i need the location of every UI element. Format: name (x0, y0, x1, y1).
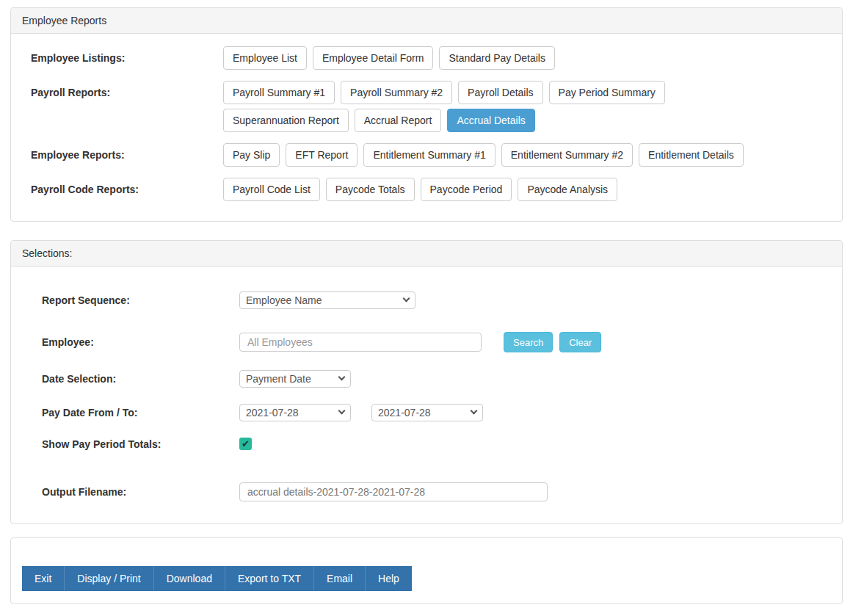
page: Employee Reports Employee Listings: Empl… (0, 0, 853, 612)
report-button-employee-list[interactable]: Employee List (223, 46, 307, 70)
date-selection-select[interactable]: Payment Date (239, 370, 351, 388)
report-button-entitlement-summary-2[interactable]: Entitlement Summary #2 (501, 143, 633, 167)
export-to-txt-button[interactable]: Export to TXT (225, 566, 313, 591)
report-button-payroll-code-list[interactable]: Payroll Code List (223, 178, 320, 201)
date-selection-label: Date Selection: (22, 373, 239, 385)
report-group-employee-listings: Employee Listings: Employee List Employe… (22, 46, 831, 70)
report-button-paycode-analysis[interactable]: Paycode Analysis (518, 178, 617, 201)
show-pay-period-totals-row: Show Pay Period Totals: ✔ (22, 438, 831, 450)
selections-panel-body: Report Sequence: Employee Name Employee:… (11, 267, 842, 523)
show-pay-period-totals-label: Show Pay Period Totals: (22, 438, 239, 450)
selections-panel: Selections: Report Sequence: Employee Na… (10, 240, 843, 524)
output-filename-row: Output Filename: (22, 482, 831, 501)
pay-date-range-label: Pay Date From / To: (22, 407, 239, 418)
show-pay-period-totals-checkbox[interactable]: ✔ (239, 438, 252, 450)
email-button[interactable]: Email (313, 566, 365, 591)
output-filename-label: Output Filename: (22, 486, 239, 498)
search-button[interactable]: Search (504, 332, 553, 352)
employee-label: Employee: (22, 336, 239, 348)
employee-search-input[interactable] (239, 333, 482, 352)
button-rows: Payroll Code List Paycode Totals Paycode… (223, 178, 831, 201)
report-button-entitlement-summary-1[interactable]: Entitlement Summary #1 (363, 143, 495, 167)
pay-date-from-select[interactable]: 2021-07-28 (239, 404, 351, 421)
report-button-payroll-details[interactable]: Payroll Details (458, 81, 542, 104)
clear-button[interactable]: Clear (559, 332, 601, 352)
report-button-employee-detail-form[interactable]: Employee Detail Form (313, 46, 434, 70)
report-group-payroll-code-reports: Payroll Code Reports: Payroll Code List … (22, 178, 831, 201)
report-button-paycode-totals[interactable]: Paycode Totals (326, 178, 415, 201)
group-label-payroll-reports: Payroll Reports: (22, 81, 223, 132)
report-button-paycode-period[interactable]: Paycode Period (421, 178, 512, 201)
pay-date-to-select-wrap: 2021-07-28 (371, 404, 483, 421)
button-row: Employee List Employee Detail Form Stand… (223, 46, 831, 70)
pay-date-from-select-wrap: 2021-07-28 (239, 404, 351, 421)
selections-panel-title: Selections: (11, 241, 842, 267)
report-button-eft-report[interactable]: EFT Report (286, 143, 357, 167)
checkmark-icon: ✔ (242, 438, 250, 449)
pay-date-range-row: Pay Date From / To: 2021-07-28 2021-07-2… (22, 404, 831, 421)
button-row: Payroll Summary #1 Payroll Summary #2 Pa… (223, 81, 831, 104)
group-label-employee-listings: Employee Listings: (22, 46, 223, 70)
report-group-employee-reports: Employee Reports: Pay Slip EFT Report En… (22, 143, 831, 167)
button-rows: Payroll Summary #1 Payroll Summary #2 Pa… (223, 81, 831, 132)
group-label-employee-reports: Employee Reports: (22, 143, 223, 167)
report-button-standard-pay-details[interactable]: Standard Pay Details (439, 46, 555, 70)
employee-reports-panel: Employee Reports Employee Listings: Empl… (10, 7, 843, 222)
report-button-payroll-summary-1[interactable]: Payroll Summary #1 (223, 81, 335, 104)
report-button-payroll-summary-2[interactable]: Payroll Summary #2 (341, 81, 452, 104)
button-rows: Pay Slip EFT Report Entitlement Summary … (223, 143, 831, 167)
pay-date-to-select[interactable]: 2021-07-28 (371, 404, 483, 421)
download-button[interactable]: Download (153, 566, 225, 591)
button-row: Payroll Code List Paycode Totals Paycode… (223, 178, 831, 201)
action-bar: Exit Display / Print Download Export to … (22, 566, 412, 591)
report-button-accrual-report[interactable]: Accrual Report (355, 109, 442, 132)
report-button-superannuation-report[interactable]: Superannuation Report (223, 109, 349, 132)
help-button[interactable]: Help (365, 566, 412, 591)
report-group-payroll-reports: Payroll Reports: Payroll Summary #1 Payr… (22, 81, 831, 132)
button-rows: Employee List Employee Detail Form Stand… (223, 46, 831, 70)
button-row: Superannuation Report Accrual Report Acc… (223, 109, 831, 132)
group-label-payroll-code-reports: Payroll Code Reports: (22, 178, 223, 201)
date-selection-row: Date Selection: Payment Date (22, 370, 831, 388)
employee-row: Employee: Search Clear (22, 332, 831, 352)
report-button-accrual-details-selected[interactable]: Accrual Details (447, 109, 534, 132)
report-button-pay-period-summary[interactable]: Pay Period Summary (549, 81, 665, 104)
actions-panel-body: Exit Display / Print Download Export to … (11, 538, 842, 604)
report-sequence-label: Report Sequence: (22, 294, 239, 306)
display-print-button[interactable]: Display / Print (64, 566, 153, 591)
employee-reports-panel-title: Employee Reports (11, 8, 842, 34)
report-sequence-select-wrap: Employee Name (239, 291, 415, 309)
actions-panel: Exit Display / Print Download Export to … (10, 537, 843, 604)
exit-button[interactable]: Exit (22, 566, 64, 591)
report-button-pay-slip[interactable]: Pay Slip (223, 143, 280, 167)
output-filename-input[interactable] (239, 482, 548, 501)
employee-reports-panel-body: Employee Listings: Employee List Employe… (11, 34, 842, 221)
report-button-entitlement-details[interactable]: Entitlement Details (639, 143, 744, 167)
date-selection-select-wrap: Payment Date (239, 370, 351, 388)
report-sequence-row: Report Sequence: Employee Name (22, 291, 831, 309)
report-sequence-select[interactable]: Employee Name (239, 291, 415, 309)
button-row: Pay Slip EFT Report Entitlement Summary … (223, 143, 831, 167)
